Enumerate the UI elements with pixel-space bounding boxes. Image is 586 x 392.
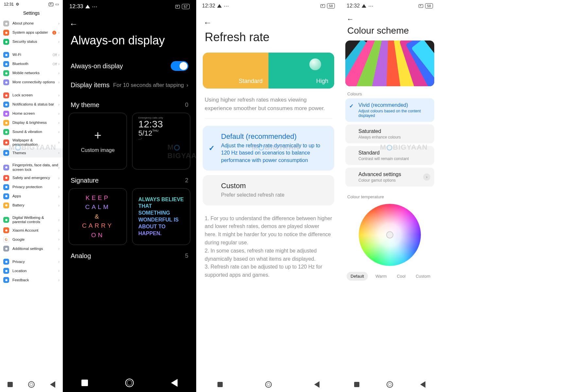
signature-tile-2[interactable]: ALWAYS BELIEVE THAT SOMETHING WONDERFUL … (132, 188, 190, 245)
settings-row[interactable]: Privacy protection› (0, 183, 63, 192)
theme-icon (3, 150, 9, 156)
more-icon: ⋯ (224, 3, 229, 9)
settings-row-label: Sound & vibration (12, 130, 58, 134)
svg-point-8 (5, 104, 8, 106)
check-icon: ✓ (349, 103, 353, 109)
back-button[interactable]: ← (341, 12, 439, 24)
page-title: Always-on display (63, 32, 196, 56)
chevron-right-icon: › (58, 259, 60, 264)
settings-row[interactable]: Wallpaper & personalisation› (0, 137, 63, 148)
settings-row[interactable]: Mobile networks› (0, 69, 63, 78)
colour-option[interactable]: StandardContrast will remain constant (345, 146, 434, 165)
rate-note: Using higher refresh rates makes viewing… (196, 89, 341, 118)
settings-row[interactable]: Xiaomi Account› (0, 226, 63, 235)
settings-row[interactable]: Home screen› (0, 109, 63, 118)
svg-point-4 (5, 63, 8, 65)
settings-row-label: Feedback (12, 278, 58, 282)
tab-warm[interactable]: Warm (373, 272, 389, 281)
svg-point-1 (5, 32, 8, 34)
settings-row[interactable]: Fingerprints, face data, and screen lock… (0, 161, 63, 173)
settings-row[interactable]: Additional settings› (0, 244, 63, 253)
page-title: Colour scheme (341, 24, 439, 41)
g-icon: G (3, 237, 9, 242)
settings-row[interactable]: Feedback› (0, 275, 63, 285)
chevron-right-icon: › (58, 246, 60, 251)
settings-row[interactable]: System apps updater1› (0, 28, 63, 37)
status-bar: 12:31 ⚙ ▭ (0, 0, 63, 8)
nav-back-icon[interactable] (420, 381, 425, 388)
nav-home-icon[interactable] (387, 381, 393, 388)
tab-cool[interactable]: Cool (394, 272, 408, 281)
status-time: 12:33 (69, 3, 83, 10)
option-default[interactable]: ✓ Default (recommended) Adjust the refre… (203, 126, 334, 171)
colour-option[interactable]: Advanced settingsColour gamut options› (345, 168, 434, 187)
svg-point-9 (5, 113, 8, 115)
nav-back-icon[interactable] (171, 379, 178, 387)
nav-back-icon[interactable] (50, 381, 55, 388)
settings-row[interactable]: Display & brightness› (0, 118, 63, 127)
settings-row-label: Bluetooth (12, 62, 53, 66)
settings-row[interactable]: Location› (0, 266, 63, 275)
svg-point-5 (5, 72, 8, 74)
settings-row[interactable]: Battery› (0, 201, 63, 210)
gear-icon (3, 246, 9, 252)
option-custom[interactable]: Custom Prefer selected refresh rate (203, 175, 334, 205)
nav-home-icon[interactable] (28, 381, 35, 388)
tab-custom[interactable]: Custom (413, 272, 433, 281)
settings-row[interactable]: BluetoothOff› (0, 59, 63, 69)
sun-icon (3, 120, 9, 126)
chevron-right-icon: › (58, 102, 60, 107)
option-title: Advanced settings (358, 172, 429, 177)
chevron-right-icon: › (58, 62, 60, 66)
display-items-row[interactable]: Display items For 10 seconds after tappi… (63, 76, 196, 94)
nav-recent-icon[interactable] (8, 382, 13, 387)
settings-row[interactable]: Lock screen› (0, 91, 63, 100)
tab-default[interactable]: Default (347, 272, 368, 281)
nav-home-icon[interactable] (265, 381, 272, 388)
nav-home-icon[interactable] (125, 379, 134, 387)
colour-wheel[interactable] (359, 204, 421, 266)
nav-recent-icon[interactable] (354, 382, 359, 387)
settings-row[interactable]: Themes› (0, 148, 63, 157)
colour-option[interactable]: SaturatedAlways enhance colours (345, 124, 434, 143)
back-button[interactable]: ← (63, 13, 196, 32)
settings-row[interactable]: Notifications & status bar› (0, 100, 63, 109)
settings-row[interactable]: GGoogle› (0, 235, 63, 244)
update-icon (3, 30, 9, 36)
hand-icon (3, 259, 9, 265)
settings-row[interactable]: About phone› (0, 19, 63, 28)
nav-recent-icon[interactable] (81, 380, 88, 386)
settings-row-label: Apps (12, 194, 58, 198)
svg-point-0 (5, 23, 8, 25)
settings-row[interactable]: Safety and emergency› (0, 173, 63, 183)
clock-theme-tile[interactable]: Emergency calls only 12:33 5/12THU —° (132, 113, 190, 170)
svg-point-23 (5, 270, 8, 272)
settings-row[interactable]: Security status› (0, 37, 63, 46)
colour-option[interactable]: ✓Vivid (recommended)Adjust colours based… (345, 98, 434, 122)
mi-icon (3, 227, 9, 233)
wheel-knob[interactable] (386, 231, 393, 238)
settings-row[interactable]: Sound & vibration› (0, 127, 63, 137)
settings-row[interactable]: Digital Wellbeing & parental controls› (0, 214, 63, 226)
signature-tile-1[interactable]: KEEP CALM & CARRY ON (69, 188, 127, 245)
noalarm-icon (320, 4, 325, 8)
chevron-right-icon: › (58, 185, 60, 189)
chevron-right-icon: › (58, 53, 60, 57)
aod-toggle-row[interactable]: Always-on display (63, 56, 196, 76)
toggle-switch[interactable] (171, 61, 188, 71)
settings-row[interactable]: Apps› (0, 192, 63, 201)
svg-point-15 (5, 177, 8, 179)
chevron-right-icon: › (58, 203, 60, 208)
settings-row[interactable]: Privacy› (0, 257, 63, 266)
row-status: Off (53, 53, 57, 57)
nav-back-icon[interactable] (314, 381, 319, 388)
rate-high: High (268, 53, 334, 89)
chevron-right-icon: › (58, 80, 60, 85)
settings-row[interactable]: More connectivity options› (0, 78, 63, 87)
wifi-icon (3, 52, 9, 58)
settings-row[interactable]: Wi-FiOff› (0, 50, 63, 59)
custom-image-tile[interactable]: + Custom image (69, 113, 127, 170)
status-bar: 12:32 ⋯ 58 (196, 0, 341, 12)
back-button[interactable]: ← (196, 12, 341, 28)
nav-recent-icon[interactable] (217, 382, 223, 387)
